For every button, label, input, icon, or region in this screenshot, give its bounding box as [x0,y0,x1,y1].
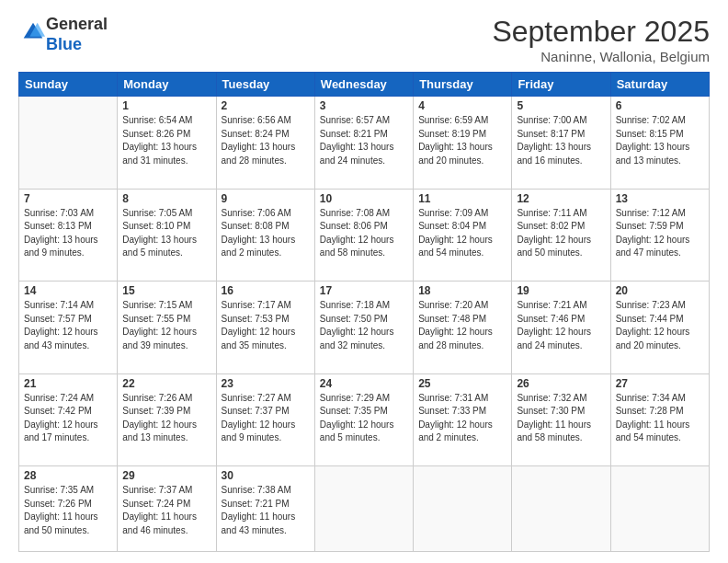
day-number: 28 [24,469,112,482]
calendar-cell [512,466,610,552]
day-info: Sunrise: 7:11 AM Sunset: 8:02 PM Dayligh… [517,207,605,260]
calendar-cell: 22Sunrise: 7:26 AM Sunset: 7:39 PM Dayli… [118,373,216,466]
day-info: Sunrise: 7:02 AM Sunset: 8:15 PM Dayligh… [616,114,704,167]
day-info: Sunrise: 7:08 AM Sunset: 8:06 PM Dayligh… [320,207,408,260]
calendar-cell: 1Sunrise: 6:54 AM Sunset: 8:26 PM Daylig… [118,97,216,190]
calendar-cell: 27Sunrise: 7:34 AM Sunset: 7:28 PM Dayli… [610,373,709,466]
calendar-cell: 6Sunrise: 7:02 AM Sunset: 8:15 PM Daylig… [610,97,709,190]
location: Naninne, Wallonia, Belgium [492,49,710,64]
day-number: 26 [517,377,605,390]
weekday-header: Tuesday [216,73,314,97]
day-number: 22 [122,377,210,390]
day-info: Sunrise: 7:00 AM Sunset: 8:17 PM Dayligh… [517,114,605,167]
day-info: Sunrise: 7:34 AM Sunset: 7:28 PM Dayligh… [616,392,704,445]
calendar-cell: 24Sunrise: 7:29 AM Sunset: 7:35 PM Dayli… [314,373,413,466]
title-block: September 2025 Naninne, Wallonia, Belgiu… [492,15,710,64]
day-info: Sunrise: 7:15 AM Sunset: 7:55 PM Dayligh… [122,299,210,352]
day-number: 24 [320,377,408,390]
day-info: Sunrise: 7:24 AM Sunset: 7:42 PM Dayligh… [24,392,112,445]
calendar-cell [610,466,709,552]
calendar-cell: 8Sunrise: 7:05 AM Sunset: 8:10 PM Daylig… [118,189,216,282]
weekday-header-row: SundayMondayTuesdayWednesdayThursdayFrid… [19,73,710,97]
calendar-cell: 29Sunrise: 7:37 AM Sunset: 7:24 PM Dayli… [118,466,216,552]
month-title: September 2025 [492,15,710,49]
day-number: 9 [222,192,310,205]
day-number: 18 [418,284,506,297]
day-info: Sunrise: 6:59 AM Sunset: 8:19 PM Dayligh… [418,114,506,167]
weekday-header: Friday [512,73,610,97]
day-number: 13 [616,192,704,205]
day-info: Sunrise: 7:27 AM Sunset: 7:37 PM Dayligh… [222,392,310,445]
day-number: 12 [517,192,605,205]
day-number: 7 [24,192,112,205]
calendar-cell [414,466,512,552]
calendar-cell: 7Sunrise: 7:03 AM Sunset: 8:13 PM Daylig… [19,189,118,282]
day-number: 19 [517,284,605,297]
day-info: Sunrise: 7:06 AM Sunset: 8:08 PM Dayligh… [222,207,310,260]
calendar-cell: 3Sunrise: 6:57 AM Sunset: 8:21 PM Daylig… [314,97,413,190]
calendar-cell: 16Sunrise: 7:17 AM Sunset: 7:53 PM Dayli… [216,282,314,374]
calendar-cell: 17Sunrise: 7:18 AM Sunset: 7:50 PM Dayli… [314,282,413,374]
page: General Blue September 2025 Naninne, Wal… [0,0,728,563]
logo: General Blue [18,15,108,54]
day-info: Sunrise: 7:31 AM Sunset: 7:33 PM Dayligh… [418,392,506,445]
day-number: 20 [616,284,704,297]
day-info: Sunrise: 7:09 AM Sunset: 8:04 PM Dayligh… [418,207,506,260]
day-number: 8 [122,192,210,205]
calendar-cell: 26Sunrise: 7:32 AM Sunset: 7:30 PM Dayli… [512,373,610,466]
day-info: Sunrise: 7:37 AM Sunset: 7:24 PM Dayligh… [122,484,210,537]
day-number: 23 [222,377,310,390]
logo-blue: Blue [46,35,82,53]
calendar-week-row: 7Sunrise: 7:03 AM Sunset: 8:13 PM Daylig… [19,189,710,282]
calendar-cell: 14Sunrise: 7:14 AM Sunset: 7:57 PM Dayli… [19,282,118,374]
day-info: Sunrise: 7:12 AM Sunset: 7:59 PM Dayligh… [616,207,704,260]
weekday-header: Thursday [414,73,512,97]
day-info: Sunrise: 7:14 AM Sunset: 7:57 PM Dayligh… [24,299,112,352]
day-info: Sunrise: 7:18 AM Sunset: 7:50 PM Dayligh… [320,299,408,352]
day-number: 5 [517,99,605,112]
calendar-week-row: 28Sunrise: 7:35 AM Sunset: 7:26 PM Dayli… [19,466,710,552]
calendar-cell: 9Sunrise: 7:06 AM Sunset: 8:08 PM Daylig… [216,189,314,282]
day-info: Sunrise: 7:23 AM Sunset: 7:44 PM Dayligh… [616,299,704,352]
calendar-week-row: 1Sunrise: 6:54 AM Sunset: 8:26 PM Daylig… [19,97,710,190]
calendar-cell: 25Sunrise: 7:31 AM Sunset: 7:33 PM Dayli… [414,373,512,466]
day-info: Sunrise: 7:21 AM Sunset: 7:46 PM Dayligh… [517,299,605,352]
day-number: 21 [24,377,112,390]
day-number: 30 [222,469,310,482]
calendar-cell [314,466,413,552]
day-info: Sunrise: 7:05 AM Sunset: 8:10 PM Dayligh… [122,207,210,260]
calendar-cell: 21Sunrise: 7:24 AM Sunset: 7:42 PM Dayli… [19,373,118,466]
day-number: 3 [320,99,408,112]
calendar-cell: 4Sunrise: 6:59 AM Sunset: 8:19 PM Daylig… [414,97,512,190]
day-info: Sunrise: 7:17 AM Sunset: 7:53 PM Dayligh… [222,299,310,352]
day-info: Sunrise: 7:20 AM Sunset: 7:48 PM Dayligh… [418,299,506,352]
day-number: 16 [222,284,310,297]
weekday-header: Saturday [610,73,709,97]
calendar-cell: 10Sunrise: 7:08 AM Sunset: 8:06 PM Dayli… [314,189,413,282]
day-info: Sunrise: 7:26 AM Sunset: 7:39 PM Dayligh… [122,392,210,445]
day-number: 11 [418,192,506,205]
day-info: Sunrise: 7:35 AM Sunset: 7:26 PM Dayligh… [24,484,112,537]
day-info: Sunrise: 7:38 AM Sunset: 7:21 PM Dayligh… [222,484,310,537]
weekday-header: Wednesday [314,73,413,97]
calendar-cell: 2Sunrise: 6:56 AM Sunset: 8:24 PM Daylig… [216,97,314,190]
header: General Blue September 2025 Naninne, Wal… [18,15,710,64]
day-number: 10 [320,192,408,205]
day-number: 15 [122,284,210,297]
logo-general: General [46,15,108,33]
day-number: 14 [24,284,112,297]
calendar-cell: 11Sunrise: 7:09 AM Sunset: 8:04 PM Dayli… [414,189,512,282]
calendar-cell: 13Sunrise: 7:12 AM Sunset: 7:59 PM Dayli… [610,189,709,282]
day-number: 2 [222,99,310,112]
day-number: 25 [418,377,506,390]
calendar-cell: 5Sunrise: 7:00 AM Sunset: 8:17 PM Daylig… [512,97,610,190]
calendar-cell: 20Sunrise: 7:23 AM Sunset: 7:44 PM Dayli… [610,282,709,374]
calendar-cell: 30Sunrise: 7:38 AM Sunset: 7:21 PM Dayli… [216,466,314,552]
calendar-cell: 19Sunrise: 7:21 AM Sunset: 7:46 PM Dayli… [512,282,610,374]
calendar-cell: 12Sunrise: 7:11 AM Sunset: 8:02 PM Dayli… [512,189,610,282]
day-number: 1 [122,99,210,112]
day-number: 17 [320,284,408,297]
calendar-cell: 23Sunrise: 7:27 AM Sunset: 7:37 PM Dayli… [216,373,314,466]
logo-text: General Blue [46,15,108,54]
calendar-week-row: 21Sunrise: 7:24 AM Sunset: 7:42 PM Dayli… [19,373,710,466]
